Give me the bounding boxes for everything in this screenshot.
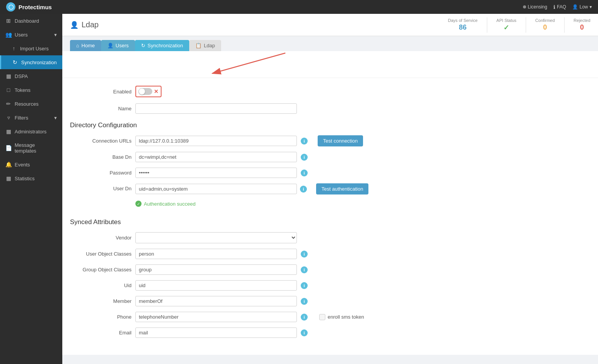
test-connection-button[interactable]: Test connection — [318, 135, 363, 146]
stat-days-label: Days of Service — [448, 18, 478, 23]
phone-row: Phone i enroll sms token — [70, 312, 590, 322]
user-dn-input[interactable] — [135, 184, 297, 194]
uid-info-icon[interactable]: i — [301, 282, 308, 289]
email-row: Email i — [70, 327, 590, 338]
faq-nav[interactable]: ℹ FAQ — [553, 4, 566, 10]
sidebar-item-tokens[interactable]: □ Tokens — [0, 83, 62, 97]
breadcrumb-tab-users[interactable]: 👤 Users — [101, 40, 135, 51]
stat-api-label: API Status — [496, 18, 516, 23]
connection-urls-input[interactable] — [135, 136, 297, 146]
import-users-icon: ↑ — [11, 45, 17, 52]
content-area: 👤 Ldap Days of Service 86 API Status ✓ C… — [62, 14, 598, 364]
email-label: Email — [70, 330, 132, 336]
email-info-icon[interactable]: i — [301, 329, 308, 336]
sidebar-item-dashboard[interactable]: ⊞ Dashboard — [0, 14, 62, 28]
uid-label: Uid — [70, 283, 132, 288]
sidebar-item-resources[interactable]: ✏ Resources — [0, 97, 62, 111]
sidebar: ⊞ Dashboard 👥 Users ▾ ↑ Import Users ↻ S… — [0, 14, 62, 364]
group-object-classes-input[interactable] — [135, 264, 297, 275]
member-input[interactable] — [135, 296, 297, 306]
breadcrumb-tab-ldap[interactable]: 📋 Ldap — [189, 40, 221, 51]
user-dn-label: User Dn — [70, 183, 132, 191]
sidebar-item-events[interactable]: 🔔 Events — [0, 158, 62, 171]
vendor-select[interactable] — [135, 232, 297, 243]
ldap-tab-label: Ldap — [204, 43, 215, 48]
svg-line-1 — [212, 53, 285, 73]
name-row: Name — [70, 103, 590, 114]
stat-divider-1 — [487, 17, 487, 33]
base-dn-input[interactable] — [135, 152, 297, 162]
user-icon: 👤 — [572, 4, 578, 10]
breadcrumb-tab-synchronization[interactable]: ↻ Synchronization — [135, 40, 190, 51]
sidebar-item-label: Events — [15, 162, 30, 168]
toggle-x-icon: ✕ — [154, 88, 158, 95]
email-input[interactable] — [135, 327, 297, 338]
auth-success-text: Authentication succeed — [144, 201, 195, 207]
stats-icon: ▦ — [5, 175, 12, 181]
phone-input[interactable] — [135, 312, 297, 322]
auth-success-msg: ✓ Authentication succeed — [135, 201, 368, 207]
user-object-classes-row: User Object Classes i — [70, 249, 590, 259]
password-row: Password i — [70, 168, 590, 178]
member-info-icon[interactable]: i — [301, 298, 308, 305]
top-nav: ◯ Protectimus Licensing ℹ FAQ 👤 Low ▾ — [0, 0, 598, 14]
base-dn-info-icon[interactable]: i — [301, 154, 308, 161]
users-arrow-icon: ▾ — [54, 32, 57, 38]
user-nav[interactable]: 👤 Low ▾ — [572, 4, 592, 10]
sidebar-item-administrators[interactable]: ▦ Administrators — [0, 125, 62, 138]
sidebar-item-message-templates[interactable]: 📄 Message templates — [0, 138, 62, 158]
sidebar-item-label: Synchronization — [21, 60, 57, 65]
header-stats: Days of Service 86 API Status ✓ Confirme… — [448, 17, 590, 33]
directory-config-title: Directory Configuration — [70, 121, 590, 129]
enabled-toggle[interactable] — [138, 88, 152, 95]
breadcrumb-tabs: ⌂ Home 👤 Users ↻ Synchronization 📋 Ldap — [70, 40, 590, 51]
password-info-icon[interactable]: i — [301, 170, 308, 176]
stat-confirmed-label: Confirmed — [535, 18, 555, 23]
sidebar-item-label: Resources — [15, 101, 38, 107]
breadcrumb-tab-home[interactable]: ⌂ Home — [70, 40, 101, 51]
stat-divider-3 — [564, 17, 565, 33]
faq-label: FAQ — [557, 4, 566, 10]
tokens-icon: □ — [5, 87, 12, 93]
connection-urls-label: Connection URLs — [70, 138, 132, 144]
auth-success-icon: ✓ — [135, 201, 142, 207]
page-title-text: Ldap — [82, 20, 99, 29]
sidebar-item-label: Statistics — [15, 176, 35, 181]
enabled-row: Enabled ✕ — [70, 86, 590, 97]
name-input[interactable] — [135, 103, 297, 114]
stat-days-of-service: Days of Service 86 — [448, 18, 478, 32]
sidebar-item-import-users[interactable]: ↑ Import Users — [0, 42, 62, 55]
enroll-sms-checkbox[interactable] — [319, 314, 325, 320]
resources-icon: ✏ — [5, 101, 12, 107]
sidebar-item-statistics[interactable]: ▦ Statistics — [0, 171, 62, 185]
phone-label: Phone — [70, 314, 132, 320]
user-object-classes-input[interactable] — [135, 249, 297, 259]
test-auth-button[interactable]: Test authentication — [316, 183, 368, 194]
sidebar-item-label: DSPA — [15, 73, 28, 79]
licensing-label: Licensing — [528, 4, 547, 10]
group-object-classes-label: Group Object Classes — [70, 267, 132, 273]
stat-days-value: 86 — [448, 23, 478, 32]
filters-icon: ▿ — [5, 115, 12, 121]
users-icon: 👥 — [5, 32, 12, 38]
connection-urls-info-icon[interactable]: i — [301, 138, 308, 145]
uid-input[interactable] — [135, 280, 297, 291]
licensing-nav[interactable]: Licensing — [523, 4, 547, 10]
user-object-classes-info-icon[interactable]: i — [301, 251, 308, 258]
stat-confirmed-value: 0 — [535, 23, 555, 32]
sidebar-item-dspa[interactable]: ▦ DSPA — [0, 69, 62, 83]
user-dn-info-icon[interactable]: i — [300, 186, 307, 193]
dashboard-icon: ⊞ — [5, 18, 12, 24]
sidebar-item-users[interactable]: 👥 Users ▾ — [0, 28, 62, 42]
enabled-toggle-container: ✕ — [135, 86, 162, 97]
admin-icon: ▦ — [5, 128, 12, 135]
sidebar-item-synchronization[interactable]: ↻ Synchronization — [0, 55, 62, 69]
sidebar-item-label: Tokens — [15, 87, 30, 93]
page-title-icon: 👤 — [70, 21, 78, 29]
sidebar-item-filters[interactable]: ▿ Filters ▾ — [0, 111, 62, 125]
annotation-area — [62, 51, 598, 78]
password-input[interactable] — [135, 168, 297, 178]
synced-attrs-title: Synced Attributes — [70, 218, 590, 226]
group-object-classes-info-icon[interactable]: i — [301, 266, 308, 273]
phone-info-icon[interactable]: i — [301, 314, 308, 321]
